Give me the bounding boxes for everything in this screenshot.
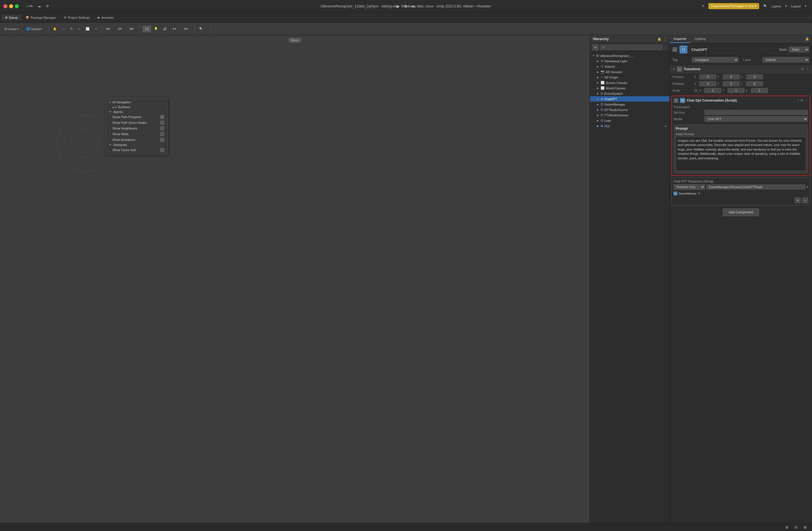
tree-item-eventsystem[interactable]: ▶ ⊡ EventSystem [590,91,669,96]
tree-item-ttsaudio[interactable]: ▶ ⊡ TTSAudioSource [590,112,669,118]
hierarchy-add-button[interactable]: + [592,44,599,51]
script-settings-btn[interactable]: ⚙ [800,99,803,102]
home-button[interactable]: ⌂ H▾ [24,3,35,10]
inspector-lock[interactable]: 🔒 [802,35,812,43]
cm-show-avoidance[interactable]: Show Avoidance [105,137,168,143]
hand-tool[interactable]: ✋ [51,26,59,32]
gizmos-dropdown[interactable]: ⊕▾ [182,26,192,32]
tab-scene[interactable]: ⊞ Scene [2,15,21,20]
play-button[interactable]: ▶ [395,3,402,9]
add-component-button[interactable]: Add Component [723,208,759,216]
carve-hull-checkbox[interactable] [160,148,164,152]
grid-dropdown[interactable]: ⊞▾ [128,26,138,32]
global-dropdown[interactable]: 🌐 Global ▾ [24,26,46,32]
cm-show-path-polygons[interactable]: Show Path Polygons [105,114,168,120]
transform-more-btn[interactable]: ⋮ [806,67,809,71]
prompt-textarea[interactable]: Imagine you are Olaf, the lovable snowma… [676,137,806,171]
script-question-btn[interactable]: ? [797,99,799,102]
step-button[interactable]: ⏭ [410,3,417,9]
static-dropdown[interactable]: Static [789,47,809,52]
runtime-select[interactable]: Runtime Only [673,184,705,190]
obj-active-checkbox[interactable]: ✓ [672,47,677,52]
gamemanager-cog[interactable]: ⚙ [698,191,701,196]
rot-y-input[interactable] [723,81,740,86]
cm-show-carve-hull[interactable]: Show Carve Hull [105,147,168,153]
neighbours-checkbox[interactable] [160,126,164,130]
tree-item-gamemanager[interactable]: ▶ ⊡ GameManager [590,102,669,107]
status-icon-1[interactable]: ⊞ [784,524,791,531]
response-dropdown-btn[interactable]: ▾ [807,185,808,189]
settings-gear-button[interactable]: ⚙ [44,3,51,10]
search-button[interactable]: 🔍 [762,3,769,10]
hierarchy-lock[interactable]: 🔒 [657,37,662,41]
layer-select[interactable]: Default [763,57,809,62]
obj-name-input[interactable] [690,47,746,52]
pos-z-input[interactable] [746,74,763,80]
tab-more-button[interactable]: ⋯ [807,16,810,20]
tab-package-manager[interactable]: 📦 Package Manager [22,15,59,20]
tree-item-sttaudio[interactable]: ▶ ⊡ STTAudioSource [590,107,669,112]
tree-item-volume[interactable]: ▶ ⬡ Volume [590,64,669,69]
pause-button[interactable]: ⏸ [402,3,409,9]
script-checkbox[interactable]: ✓ [674,98,678,103]
audio-toggle[interactable]: 🔊 [161,26,169,32]
fullscreen-button[interactable] [15,4,19,8]
scale-y-input[interactable] [727,88,744,93]
snap-dropdown[interactable]: ⊟▾ [116,26,126,32]
tree-item-directional-light[interactable]: ▶ ☀ Directional Light [590,58,669,64]
rot-z-input[interactable] [746,81,763,86]
cloud-button[interactable]: ☁ [36,3,43,10]
scene-view[interactable]: Stereo ≡ AI Navigation ▶ Surfaces ▼ Agen… [0,35,590,531]
hierarchy-search-icon[interactable]: ⋮ [664,45,667,49]
walls-checkbox[interactable] [160,132,164,136]
rotate-tool[interactable]: ↻ [68,26,75,32]
tree-item-ar-session[interactable]: ▶ 📷 AR Session [590,69,669,74]
hierarchy-more[interactable]: ⋮ [663,37,667,41]
cm-surfaces[interactable]: ▶ Surfaces [105,104,168,110]
response-remove-btn[interactable]: − [802,197,808,203]
move-tool[interactable]: ↔ [60,26,67,32]
tree-item-olaf[interactable]: ▶ ◈ Olaf ▶ [590,123,669,129]
rot-x-input[interactable] [699,81,716,86]
tab-inspector[interactable]: Inspector [670,35,691,43]
tab-animator[interactable]: ▶ Animator [95,15,117,20]
scale-tool[interactable]: ⤢ [76,26,83,32]
api-key-input[interactable] [705,110,808,115]
close-button[interactable] [3,4,8,8]
pos-x-input[interactable] [699,74,716,80]
scale-z-input[interactable] [751,88,768,93]
more-tools[interactable]: ⋯ [212,26,219,32]
history-button[interactable]: ↺ [700,3,706,10]
transform-tool[interactable]: ⊹ [93,26,99,32]
center-dropdown[interactable]: ⊕ Center ▾ [2,26,23,32]
packages-dropdown[interactable]: Experimental Packages In Use ▾ [708,3,759,9]
cm-show-neighbours[interactable]: Show Neighbours [105,126,168,131]
model-select[interactable]: Chat GPT [705,116,808,122]
transform-settings-btn[interactable]: ⚙ [801,67,804,71]
status-icon-3[interactable]: ⊠ [802,524,809,531]
response-add-btn[interactable]: + [795,197,801,203]
layout-dropdown-btn[interactable]: ▾ [803,3,809,10]
cm-show-path-query-nodes[interactable]: Show Path Query Nodes [105,120,168,126]
scale-x-input[interactable] [704,88,721,93]
tree-item-world-canvas[interactable]: ▶ ⬜ World Canvas [590,85,669,91]
tab-lighting[interactable]: Lighting [691,35,710,43]
2d-toggle[interactable]: 2D [143,26,151,32]
tree-item-screen-canvas[interactable]: ▶ ⬜ Screen Canvas [590,80,669,85]
pos-y-input[interactable] [723,74,740,80]
status-icon-2[interactable]: ⊟ [793,524,799,531]
tree-item-chatgpt[interactable]: ▶ ◈ ChatGPT [590,96,669,102]
minimize-button[interactable] [9,4,13,8]
cm-show-walls[interactable]: Show Walls [105,131,168,137]
tree-item-xr-origin[interactable]: ▶ ⊹ XR Origin [590,74,669,80]
tree-root[interactable]: ▼ ⊞ UtteranceRecognizer_... [590,53,669,58]
path-query-nodes-checkbox[interactable] [160,121,164,125]
avoidance-checkbox[interactable] [160,138,164,142]
lighting-toggle[interactable]: 💡 [152,26,160,32]
pivot-dropdown[interactable]: ⊞▾ [104,26,115,32]
ai-navigation-menu[interactable]: ≡ AI Navigation ▶ Surfaces ▼ Agents Show… [105,98,168,155]
tab-project-settings[interactable]: ⚙ Project Settings [60,15,93,20]
tree-item-lean[interactable]: ▶ ⊡ Lean [590,118,669,123]
effects-dropdown[interactable]: ✦▾ [170,26,181,32]
layers-dropdown-btn[interactable]: ▾ [783,3,789,10]
